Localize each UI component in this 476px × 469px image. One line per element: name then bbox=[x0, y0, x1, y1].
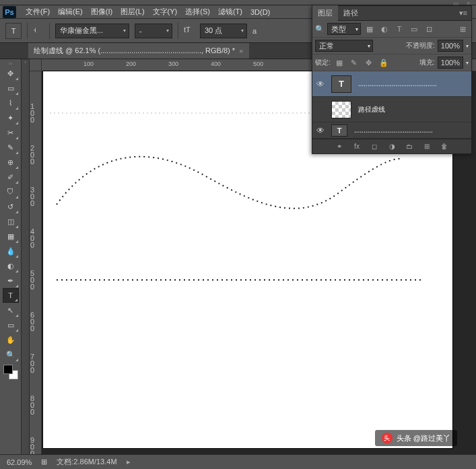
move-tool-icon[interactable]: ✥ bbox=[3, 66, 19, 81]
toolbox: ›› ✥ ▭ ⌇ ✦ ✂ ✎ ⊕ ✐ ⛉ ↺ ◫ ▦ 💧 ◐ ✒ T ↖ ▭ ✋… bbox=[0, 59, 22, 454]
crop-tool-icon[interactable]: ✂ bbox=[3, 125, 19, 140]
eyedropper-tool-icon[interactable]: ✎ bbox=[3, 140, 19, 155]
new-layer-icon[interactable]: ⊞ bbox=[421, 141, 432, 152]
filter-kind-icon[interactable]: 🔍 bbox=[315, 25, 325, 34]
lasso-tool-icon[interactable]: ⌇ bbox=[3, 96, 19, 110]
layer-thumbnail[interactable]: T bbox=[331, 75, 351, 93]
zoom-level[interactable]: 62.09% bbox=[4, 458, 34, 467]
panel-flyout-strip[interactable]: › bbox=[22, 59, 30, 454]
path-selection-tool-icon[interactable]: ↖ bbox=[3, 303, 19, 318]
status-icon[interactable]: ⊞ bbox=[41, 458, 47, 466]
fill-flyout-icon[interactable]: ▾ bbox=[466, 60, 469, 66]
ruler-tick: 300 bbox=[30, 187, 34, 207]
history-brush-tool-icon[interactable]: ↺ bbox=[3, 199, 19, 214]
layer-row[interactable]: 👁 T ....................................… bbox=[312, 71, 471, 97]
lock-position-icon[interactable]: ✥ bbox=[363, 57, 375, 68]
magic-wand-tool-icon[interactable]: ✦ bbox=[3, 110, 19, 125]
filter-kind-select[interactable]: 类型 bbox=[327, 23, 361, 35]
filter-toggle-icon[interactable]: ⊞ bbox=[456, 24, 469, 34]
group-icon[interactable]: 🗀 bbox=[404, 141, 415, 152]
lock-pixels-icon[interactable]: ✎ bbox=[348, 57, 360, 68]
brush-tool-icon[interactable]: ✐ bbox=[3, 170, 19, 184]
filter-smart-icon[interactable]: ⊡ bbox=[423, 24, 435, 34]
ruler-tick: 500 bbox=[30, 270, 34, 291]
ruler-tick: 600 bbox=[30, 312, 34, 332]
delete-layer-icon[interactable]: 🗑 bbox=[439, 141, 450, 152]
watermark-logo-icon: 头 bbox=[382, 433, 393, 443]
color-swatches[interactable] bbox=[3, 365, 18, 380]
current-tool-indicator[interactable]: T bbox=[5, 23, 22, 39]
fill-input[interactable]: 100% bbox=[438, 57, 463, 69]
tab-paths[interactable]: 路径 bbox=[338, 5, 364, 21]
blur-tool-icon[interactable]: 💧 bbox=[3, 244, 19, 258]
ruler-tick: 400 bbox=[211, 61, 221, 67]
ruler-origin[interactable] bbox=[30, 59, 42, 71]
status-bar: 62.09% ⊞ 文档:2.86M/13.4M ▸ bbox=[0, 454, 476, 469]
ruler-tick: 400 bbox=[30, 229, 34, 249]
font-style-select[interactable]: - bbox=[135, 24, 172, 38]
layer-mask-icon[interactable]: ◻ bbox=[369, 141, 380, 152]
layer-row[interactable]: 路径虚线 bbox=[312, 97, 471, 122]
layer-thumbnail[interactable]: T bbox=[331, 124, 347, 137]
menu-image[interactable]: 图像(I) bbox=[87, 5, 116, 18]
zoom-tool-icon[interactable]: 🔍 bbox=[3, 347, 19, 362]
layer-name[interactable]: ........................................… bbox=[358, 80, 437, 87]
lock-all-icon[interactable]: 🔒 bbox=[378, 57, 390, 68]
window-close-icon[interactable]: × bbox=[467, 0, 473, 5]
foreground-color-swatch[interactable] bbox=[3, 365, 13, 374]
stamp-tool-icon[interactable]: ⛉ bbox=[3, 184, 19, 199]
layer-name[interactable]: 路径虚线 bbox=[358, 105, 385, 114]
pen-tool-icon[interactable]: ✒ bbox=[3, 273, 19, 288]
opacity-flyout-icon[interactable]: ▾ bbox=[466, 43, 469, 49]
lock-transparency-icon[interactable]: ▦ bbox=[333, 57, 345, 68]
visibility-toggle-icon[interactable]: 👁 bbox=[312, 126, 329, 135]
document-tab[interactable]: 绘制虚线 @ 62.1% (..........................… bbox=[28, 43, 249, 59]
fill-label: 填充: bbox=[419, 58, 435, 67]
filter-shape-icon[interactable]: ▭ bbox=[408, 24, 420, 34]
antialias-label: a bbox=[252, 27, 257, 35]
panel-menu-icon[interactable]: ▾≡ bbox=[455, 9, 471, 17]
ruler-tick: 300 bbox=[168, 61, 178, 67]
ruler-tick: 800 bbox=[30, 396, 34, 416]
window-expand-icon[interactable]: ▭ bbox=[453, 0, 460, 5]
layer-name[interactable]: ........................................… bbox=[354, 127, 433, 134]
visibility-toggle-icon[interactable]: 👁 bbox=[312, 79, 329, 89]
dodge-tool-icon[interactable]: ◐ bbox=[3, 258, 19, 273]
layer-thumbnail[interactable] bbox=[331, 101, 351, 118]
font-family-select[interactable]: 华康俪金黑... bbox=[55, 24, 129, 38]
document-size[interactable]: 文档:2.86M/13.4M bbox=[54, 456, 119, 468]
menu-layer[interactable]: 图层(L) bbox=[116, 5, 148, 18]
text-orientation-icon[interactable]: ⫞ bbox=[33, 26, 44, 36]
healing-brush-tool-icon[interactable]: ⊕ bbox=[3, 155, 19, 170]
menu-filter[interactable]: 滤镜(T) bbox=[214, 5, 246, 18]
eraser-tool-icon[interactable]: ◫ bbox=[3, 214, 19, 229]
filter-type-icon[interactable]: T bbox=[393, 24, 405, 34]
vertical-ruler[interactable]: 100 200 300 400 500 600 700 800 900 bbox=[30, 71, 42, 454]
filter-adjust-icon[interactable]: ◐ bbox=[378, 24, 390, 34]
blend-mode-select[interactable]: 正常 bbox=[315, 40, 373, 52]
link-layers-icon[interactable]: ⚭ bbox=[334, 141, 345, 152]
close-tab-icon[interactable]: × bbox=[239, 47, 243, 55]
menu-select[interactable]: 选择(S) bbox=[181, 5, 214, 18]
layer-fx-icon[interactable]: fx bbox=[351, 141, 362, 152]
menu-type[interactable]: 文字(Y) bbox=[149, 5, 182, 18]
tab-layers[interactable]: 图层 bbox=[312, 5, 338, 21]
font-size-select[interactable]: 30 点 bbox=[200, 24, 247, 38]
menu-3d[interactable]: 3D(D) bbox=[246, 7, 274, 17]
status-flyout-icon[interactable]: ▸ bbox=[127, 458, 131, 466]
gradient-tool-icon[interactable]: ▦ bbox=[3, 229, 19, 244]
flyout-handle-icon[interactable]: › bbox=[22, 59, 29, 66]
adjustment-layer-icon[interactable]: ◑ bbox=[386, 141, 397, 152]
shape-tool-icon[interactable]: ▭ bbox=[3, 318, 19, 332]
document-tab-title: 绘制虚线 @ 62.1% (..........................… bbox=[34, 46, 235, 56]
type-tool-icon[interactable]: T bbox=[3, 288, 19, 303]
menu-edit[interactable]: 编辑(E) bbox=[54, 5, 87, 18]
filter-pixel-icon[interactable]: ▦ bbox=[364, 24, 376, 34]
opacity-input[interactable]: 100% bbox=[438, 40, 463, 52]
menu-file[interactable]: 文件(F) bbox=[22, 5, 54, 18]
layer-row[interactable]: 👁 T ....................................… bbox=[312, 122, 471, 139]
marquee-tool-icon[interactable]: ▭ bbox=[3, 81, 19, 96]
divider bbox=[178, 23, 178, 39]
hand-tool-icon[interactable]: ✋ bbox=[3, 332, 19, 347]
toolbox-handle-icon[interactable]: ›› bbox=[1, 61, 20, 66]
